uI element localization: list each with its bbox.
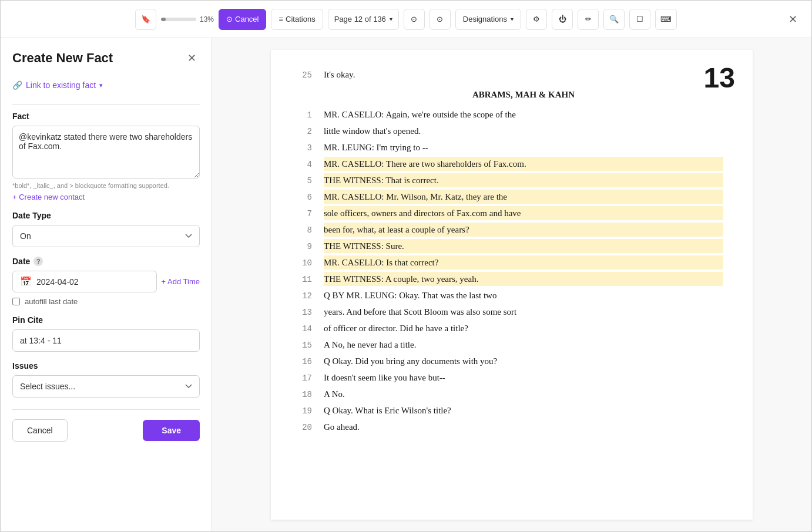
citations-label: Citations [286,15,316,23]
doc-line: 20 Go ahead. [300,420,723,435]
date-type-label: Date Type [12,211,200,220]
help-icon[interactable]: ? [33,257,43,266]
doc-line: 16 Q Okay. Did you bring any documents w… [300,354,723,369]
autofill-checkbox[interactable] [12,298,20,305]
doc-line-highlighted: 9 THE WITNESS: Sure. [300,239,723,254]
bookmark-button[interactable]: 🔖 [135,9,156,30]
cancel-button[interactable]: ⊙ Cancel [219,9,266,30]
progress-container: 13% [161,15,214,23]
date-input[interactable]: 📅 2024-04-02 [12,271,157,292]
calendar-icon: 📅 [20,276,32,287]
nav-prev-icon: ⊙ [411,15,417,23]
bookmark-icon: 🔖 [141,15,150,23]
sidebar-footer: Cancel Save [12,409,200,442]
add-time-link[interactable]: + Add Time [162,277,200,286]
toolbar-inner: 🔖 13% ⊙ Cancel ≡ Citations Page 12 of 13… [135,9,677,30]
square-button[interactable]: ☐ [629,9,650,30]
date-input-row: 📅 2024-04-02 + Add Time [12,271,200,292]
doc-line-highlighted: 11 THE WITNESS: A couple, two years, yea… [300,272,723,287]
doc-line: 12 Q BY MR. LEUNG: Okay. That was the la… [300,288,723,304]
pen-button[interactable]: ✏ [578,9,599,30]
doc-line-highlighted: 6 MR. CASELLO: Mr. Wilson, Mr. Katz, the… [300,190,723,205]
link-existing-fact-button[interactable]: 🔗 Link to existing fact ▾ [12,78,200,92]
line-number: 25 [300,70,324,80]
fact-field-label: Fact [12,112,200,121]
fact-textarea[interactable]: @kevinkatz stated there were two shareho… [12,126,200,179]
pin-cite-label: Pin Cite [12,315,200,325]
designations-button[interactable]: Designations ▾ [455,9,521,30]
doc-line: 2 little window that's opened. [300,124,723,139]
cancel-icon: ⊙ [226,15,233,23]
document-page: 13 25 It's okay. ABRAMS, MAH & KAHN 1 MR… [271,50,753,520]
progress-bar-bg [161,18,196,21]
search-button[interactable]: 🔍 [603,9,625,30]
date-value: 2024-04-02 [36,277,79,287]
close-icon: ✕ [788,13,797,26]
issues-label: Issues [12,361,200,371]
doc-line: 19 Q Okay. What is Eric Wilson's title? [300,403,723,419]
link-icon: 🔗 [12,80,22,90]
app-container: 🔖 13% ⊙ Cancel ≡ Citations Page 12 of 13… [0,0,812,532]
doc-line-highlighted: 10 MR. CASELLO: Is that correct? [300,255,723,271]
create-contact-link[interactable]: + Create new contact [12,193,200,201]
doc-line: 15 A No, he never had a title. [300,338,723,353]
chevron-down-icon-2: ▾ [511,16,514,22]
doc-line: 1 MR. CASELLO: Again, we're outside the … [300,107,723,123]
settings-icon: ⚙ [533,15,540,23]
sidebar-close-icon: ✕ [187,52,196,65]
save-button[interactable]: Save [143,420,200,441]
sidebar-close-button[interactable]: ✕ [183,50,200,66]
square-icon: ☐ [636,15,643,23]
nav-next-button[interactable]: ⊙ [430,9,451,30]
doc-line: 17 It doesn't seem like you have but-- [300,371,723,386]
chevron-down-icon: ▾ [390,16,392,22]
citations-button[interactable]: ≡ Citations [271,9,323,30]
page-number-display: 13 [704,62,735,94]
search-icon: 🔍 [609,15,619,23]
doc-line-highlighted: 8 been for, what, at least a couple of y… [300,223,723,238]
close-window-button[interactable]: ✕ [783,10,802,29]
doc-line: 13 years. And before that Scott Bloom wa… [300,305,723,320]
doc-line: 18 A No. [300,387,723,402]
page-label: Page 12 of 136 [334,15,386,23]
issues-select[interactable]: Select issues... [12,375,200,398]
nav-next-icon: ⊙ [437,15,443,23]
doc-header: ABRAMS, MAH & KAHN [324,87,723,102]
formatting-hint: *bold*, _italic_, and > blockquote forma… [12,182,200,189]
pin-cite-input[interactable]: at 13:4 - 11 [12,329,200,352]
doc-line-highlighted: 5 THE WITNESS: That is correct. [300,173,723,188]
sidebar-panel: Create New Fact ✕ 🔗 Link to existing fac… [1,38,212,531]
doc-line: 25 It's okay. [300,68,723,83]
document-area[interactable]: 13 25 It's okay. ABRAMS, MAH & KAHN 1 MR… [212,38,811,531]
toolbar: 🔖 13% ⊙ Cancel ≡ Citations Page 12 of 13… [1,1,811,38]
doc-line-highlighted: 4 MR. CASELLO: There are two shareholder… [300,157,723,172]
doc-line: 14 of officer or director. Did he have a… [300,321,723,336]
progress-bar-fill [161,18,166,21]
citations-icon: ≡ [279,15,283,23]
power-icon: ⏻ [559,15,566,23]
main-area: Create New Fact ✕ 🔗 Link to existing fac… [1,38,811,531]
nav-prev-button[interactable]: ⊙ [404,9,425,30]
power-button[interactable]: ⏻ [552,9,573,30]
sidebar-header: Create New Fact ✕ [12,50,200,66]
date-type-select[interactable]: On Before After Between Around [12,225,200,247]
doc-line-highlighted: 7 sole officers, owners and directors of… [300,206,723,221]
link-existing-label: Link to existing fact [26,80,96,90]
cancel-label: Cancel [235,15,259,23]
link-chevron-icon: ▾ [99,82,103,89]
autofill-label: autofill last date [25,297,78,306]
cancel-form-button[interactable]: Cancel [12,419,68,442]
doc-line: 3 MR. LEUNG: I'm trying to -- [300,140,723,156]
keyboard-button[interactable]: ⌨ [655,9,677,30]
autofill-row: autofill last date [12,297,200,306]
date-field-label: Date ? [12,257,200,266]
settings-button[interactable]: ⚙ [526,9,547,30]
doc-header-row: ABRAMS, MAH & KAHN [300,87,723,103]
divider-1 [12,104,200,105]
pen-icon: ✏ [585,15,592,23]
progress-text: 13% [200,15,214,23]
sidebar-title: Create New Fact [12,50,113,66]
line-text: It's okay. [324,68,723,82]
page-selector[interactable]: Page 12 of 136 ▾ [328,9,399,30]
date-section: Date ? 📅 2024-04-02 + Add Time autofill … [12,257,200,315]
